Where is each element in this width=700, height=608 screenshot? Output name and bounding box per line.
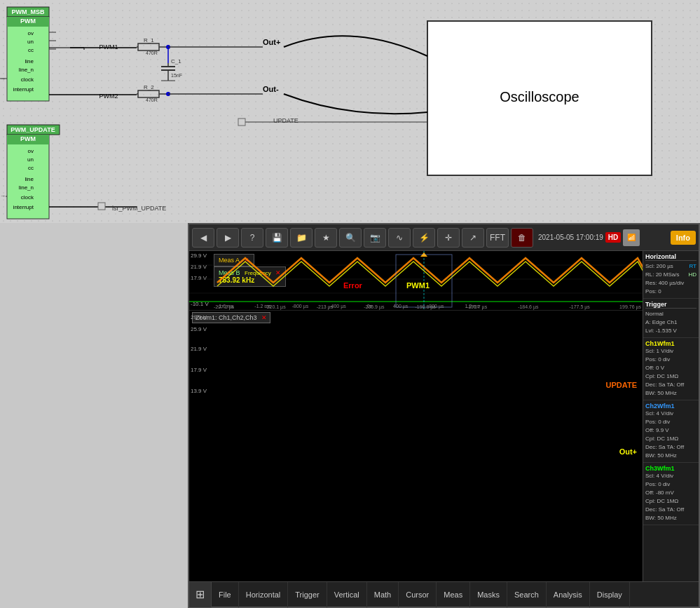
menu-cursor[interactable]: Cursor: [399, 582, 437, 607]
osc-display: 29.9 V 21.9 V 17.9 V -10.1 V Meas A ✕ Me…: [189, 251, 643, 581]
h-rl-row: RL: 20 MSa/s HD: [645, 271, 696, 279]
ch3-bw: BW: 50 MHz: [645, 514, 696, 522]
menu-file[interactable]: File: [212, 582, 239, 607]
h-scl-row: Scl: 200 µs RT: [645, 262, 696, 271]
time-labels-bottom: -227.2 µs-220.1 µs-213 µs-205.9 µs-198.8…: [214, 304, 590, 309]
svg-text:Out+: Out+: [263, 38, 280, 46]
svg-text:R_1: R_1: [144, 37, 154, 43]
ch1-scl: Scl: 1 V/div: [645, 347, 696, 356]
error-label: Error: [343, 281, 362, 290]
svg-text:interrupt: interrupt: [13, 204, 34, 210]
svg-text:un: un: [27, 156, 34, 163]
svg-text:line: line: [25, 176, 34, 182]
arrow-button[interactable]: ↗: [462, 228, 484, 248]
svg-text:isr_PWM_UPDATE: isr_PWM_UPDATE: [112, 205, 166, 212]
wave-button[interactable]: ∿: [388, 228, 411, 248]
h-pos-row: Pos: 0: [645, 288, 696, 296]
ch3wfm-title: Ch3Wfm1: [645, 465, 696, 472]
svg-text:PWM: PWM: [20, 18, 36, 25]
trig-mode-row: Normal: [645, 310, 696, 318]
ch3-scl: Scl: 4 V/div: [645, 472, 696, 480]
menu-masks[interactable]: Masks: [470, 582, 507, 607]
ch1-bw: BW: 50 MHz: [645, 389, 696, 398]
camera-button[interactable]: 📷: [364, 228, 386, 248]
svg-text:470R: 470R: [146, 97, 158, 102]
v-label-5: 13.9 V: [191, 388, 207, 394]
svg-text:470R: 470R: [146, 50, 158, 55]
menu-math[interactable]: Math: [367, 582, 399, 607]
menu-vertical[interactable]: Vertical: [327, 582, 367, 607]
ch3-dec: Dec: Sa TA: Off: [645, 506, 696, 514]
svg-text:PWM_UPDATE: PWM_UPDATE: [11, 126, 55, 133]
menu-meas[interactable]: Meas: [437, 582, 470, 607]
pwm1-label: PWM1: [406, 281, 430, 290]
schematic-area: PWM_MSB PWM ov un cc line line_n clock i…: [0, 0, 700, 223]
menu-analysis[interactable]: Analysis: [547, 582, 590, 607]
datetime-display: 2021-05-05 17:00:19: [538, 234, 603, 242]
svg-text:clock: clock: [21, 76, 34, 83]
svg-text:Out-: Out-: [263, 85, 279, 93]
v-label-1: 29.9 V: [191, 314, 207, 320]
ch2-pos: Pos: 0 div: [645, 418, 696, 426]
svg-text:cc: cc: [28, 165, 34, 171]
signal-icon: 📶: [623, 229, 640, 246]
hd-badge: HD: [605, 232, 621, 243]
ch2-scl: Scl: 4 V/div: [645, 410, 696, 418]
ch3-cpl: Cpl: DC 1MΩ: [645, 497, 696, 506]
v-label-2: 25.9 V: [191, 326, 207, 332]
svg-text:line_n: line_n: [19, 67, 34, 73]
svg-text:line: line: [25, 58, 34, 65]
ch2wfm-title: Ch2Wfm1: [645, 403, 696, 410]
svg-text:PWM_MSB: PWM_MSB: [12, 8, 46, 15]
ch1wfm-panel: Ch1Wfm1 Scl: 1 V/div Pos: 0 div Off: 0 V…: [643, 338, 699, 400]
ch3-pos: Pos: 0 div: [645, 480, 696, 489]
horizontal-panel: Horizontal Scl: 200 µs RT RL: 20 MSa/s H…: [643, 251, 699, 299]
trig-level-row: Lvl: -1.535 V: [645, 327, 696, 335]
forward-button[interactable]: ▶: [217, 228, 239, 248]
update-label: UPDATE: [606, 381, 637, 389]
save-button[interactable]: 💾: [266, 228, 288, 248]
trigger-panel: Trigger Normal A: Edge Ch1 Lvl: -1.535 V: [643, 299, 699, 338]
menu-grid-icon[interactable]: ⊞: [189, 582, 212, 607]
ch1-dec: Dec: Sa TA: Off: [645, 381, 696, 389]
help-button[interactable]: ?: [241, 228, 263, 248]
bottom-timestamp: 199.76 µs: [619, 304, 641, 309]
svg-rect-69: [98, 203, 105, 210]
folder-button[interactable]: 📁: [290, 228, 313, 248]
zoom-button[interactable]: 🔍: [339, 228, 362, 248]
trigger-title: Trigger: [645, 301, 696, 309]
fft-button[interactable]: FFT: [486, 228, 509, 248]
ch3-off: Off: -80 mV: [645, 489, 696, 497]
svg-text:cc: cc: [28, 47, 34, 53]
ch2-off: Off: 9.9 V: [645, 426, 696, 435]
svg-text:ov: ov: [28, 148, 34, 154]
menu-search[interactable]: Search: [507, 582, 547, 607]
menu-display[interactable]: Display: [590, 582, 630, 607]
svg-text:clock: clock: [21, 194, 34, 201]
ch2wfm-panel: Ch2Wfm1 Scl: 4 V/div Pos: 0 div Off: 9.9…: [643, 400, 699, 463]
trigger-button[interactable]: ⚡: [413, 228, 435, 248]
svg-text:→: →: [0, 76, 6, 82]
trig-type-row: A: Edge Ch1: [645, 318, 696, 327]
svg-text:PWM2: PWM2: [99, 93, 118, 100]
zoom-close[interactable]: ✕: [261, 314, 267, 321]
v-label-4: 17.9 V: [191, 367, 207, 373]
ch1-pos: Pos: 0 div: [645, 356, 696, 364]
out-plus-label: Out+: [619, 447, 637, 456]
cursor-button[interactable]: ✛: [437, 228, 460, 248]
svg-text:15nF: 15nF: [171, 73, 182, 78]
svg-text:UPDATE: UPDATE: [273, 117, 298, 124]
back-button[interactable]: ◀: [192, 228, 214, 248]
osc-right-panel: Horizontal Scl: 200 µs RT RL: 20 MSa/s H…: [643, 251, 699, 581]
delete-button[interactable]: 🗑: [511, 228, 533, 248]
info-button[interactable]: Info: [671, 231, 696, 245]
svg-rect-54: [238, 119, 245, 126]
svg-text:C_1: C_1: [171, 58, 181, 65]
osc-toolbar: ◀ ▶ ? 💾 📁 ★ 🔍 📷 ∿ ⚡ ✛ ↗ FFT 🗑 2021-05-05…: [189, 224, 699, 251]
v-label-3: 21.9 V: [191, 346, 207, 352]
svg-text:line_n: line_n: [19, 184, 34, 191]
star-button[interactable]: ★: [315, 228, 337, 248]
menu-horizontal[interactable]: Horizontal: [239, 582, 289, 607]
menu-trigger[interactable]: Trigger: [288, 582, 327, 607]
ch2-bw: BW: 50 MHz: [645, 452, 696, 460]
